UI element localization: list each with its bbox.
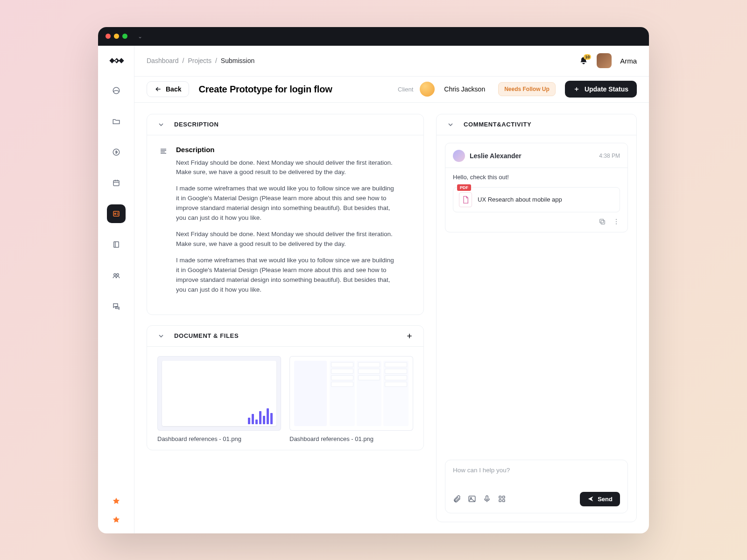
plus-icon <box>406 332 413 340</box>
minimize-window-icon[interactable] <box>114 34 119 39</box>
more-vertical-icon <box>613 218 620 225</box>
avatar[interactable] <box>597 53 612 68</box>
description-heading: Description <box>176 146 398 154</box>
microphone-icon <box>483 495 491 503</box>
page-title: Create Prototype for login flow <box>198 84 332 95</box>
nav-docs-icon[interactable] <box>107 235 126 254</box>
maximize-window-icon[interactable] <box>122 34 127 39</box>
send-button[interactable]: Send <box>580 492 620 506</box>
svg-point-10 <box>113 273 116 276</box>
back-label: Back <box>166 85 181 93</box>
svg-point-15 <box>616 221 617 222</box>
nav-calendar-icon[interactable] <box>107 174 126 192</box>
update-status-button[interactable]: Update Status <box>565 81 637 98</box>
plus-icon <box>573 86 580 92</box>
file-name: Dashboard references - 01.png <box>157 435 281 442</box>
breadcrumb-projects[interactable]: Projects <box>188 57 211 64</box>
breadcrumb-dashboard[interactable]: Dashboard <box>147 57 179 64</box>
comment-time: 4:38 PM <box>599 153 620 159</box>
svg-rect-20 <box>499 496 501 498</box>
svg-rect-2 <box>119 58 124 63</box>
files-panel-title: DOCUMENT & FILES <box>174 332 239 339</box>
attach-file-button[interactable] <box>453 495 461 503</box>
status-badge: Needs Follow Up <box>498 82 556 96</box>
description-paragraph: Next Friday should be done. Next Monday … <box>176 230 398 249</box>
text-lines-icon <box>159 147 168 301</box>
collapse-activity-button[interactable] <box>447 121 454 128</box>
titlebar: ⌄ <box>98 27 649 46</box>
comment-more-button[interactable] <box>613 218 620 225</box>
file-thumbnail <box>289 356 413 431</box>
svg-point-11 <box>116 273 119 276</box>
subheader: Back Create Prototype for login flow Cli… <box>134 77 649 103</box>
content: DESCRIPTION Description Next Friday shou… <box>134 103 649 533</box>
notification-badge: 10 <box>584 54 591 60</box>
svg-rect-9 <box>113 242 119 247</box>
notifications-button[interactable]: 10 <box>579 56 588 65</box>
voice-record-button[interactable] <box>483 495 491 503</box>
send-label: Send <box>598 496 613 503</box>
apps-button[interactable] <box>498 495 506 503</box>
svg-rect-6 <box>113 180 119 185</box>
window-controls <box>106 34 127 39</box>
topbar: Dashboard / Projects / Submission 10 Arm… <box>134 46 649 77</box>
chevron-down-icon <box>157 332 165 340</box>
svg-point-14 <box>616 219 617 220</box>
client-name: Chris Jackson <box>444 85 485 93</box>
nav-chat-icon[interactable] <box>107 297 126 315</box>
nav-dashboard-icon[interactable] <box>107 81 126 100</box>
sidebar <box>98 46 134 533</box>
comment-card: Leslie Alexander 4:38 PM Hello, check th… <box>445 143 628 232</box>
comment-composer: Send <box>445 460 628 513</box>
description-panel: DESCRIPTION Description Next Friday shou… <box>147 114 424 315</box>
svg-rect-21 <box>503 496 505 498</box>
attachment[interactable]: PDF UX Research about mobile app <box>453 187 620 212</box>
svg-point-16 <box>616 223 617 224</box>
back-button[interactable]: Back <box>147 81 189 97</box>
svg-rect-19 <box>486 496 488 500</box>
client-label: Client <box>398 86 413 93</box>
activity-panel-title: COMMENT&ACTIVITY <box>464 121 531 128</box>
main: Dashboard / Projects / Submission 10 Arm… <box>134 46 649 533</box>
copy-icon <box>599 218 606 225</box>
breadcrumb-sep: / <box>183 57 184 64</box>
file-item[interactable]: Dashboard references - 01.png <box>157 356 281 442</box>
chevron-down-icon[interactable]: ⌄ <box>138 33 142 40</box>
image-icon <box>468 495 476 503</box>
attach-image-button[interactable] <box>468 495 476 503</box>
breadcrumb-sep: / <box>215 57 217 64</box>
file-item[interactable]: Dashboard references - 01.png <box>289 356 413 442</box>
collapse-description-button[interactable] <box>157 121 165 128</box>
favorite-star-icon[interactable] <box>112 497 120 505</box>
add-file-button[interactable] <box>406 332 413 340</box>
breadcrumb: Dashboard / Projects / Submission <box>147 57 254 64</box>
attachment-badge: PDF <box>457 184 471 191</box>
copy-comment-button[interactable] <box>599 218 606 225</box>
app-window: ⌄ <box>98 27 649 533</box>
activity-panel: COMMENT&ACTIVITY Leslie Alexander 4:38 P… <box>436 114 637 522</box>
grid-icon <box>498 495 506 503</box>
close-window-icon[interactable] <box>106 34 111 39</box>
chevron-down-icon <box>157 121 165 128</box>
comment-avatar[interactable] <box>453 150 465 162</box>
client-avatar[interactable] <box>420 82 435 97</box>
comment-input[interactable] <box>453 467 620 485</box>
comment-message: Hello, check this out! <box>453 174 620 181</box>
nav-billing-icon[interactable] <box>107 143 126 161</box>
arrow-left-icon <box>155 85 162 93</box>
paperclip-icon <box>453 495 461 503</box>
nav-folder-icon[interactable] <box>107 112 126 131</box>
file-thumbnail <box>157 356 281 431</box>
collapse-files-button[interactable] <box>157 332 165 340</box>
chevron-down-icon <box>447 121 454 128</box>
svg-rect-12 <box>601 220 605 224</box>
breadcrumb-current: Submission <box>221 57 254 64</box>
nav-submissions-icon[interactable] <box>107 204 126 223</box>
files-panel: DOCUMENT & FILES Dashboard references - … <box>147 325 424 450</box>
favorite-star-icon[interactable] <box>112 516 120 524</box>
svg-rect-22 <box>499 500 501 502</box>
comment-author: Leslie Alexander <box>470 152 521 160</box>
logo[interactable] <box>108 55 124 66</box>
description-paragraph: Next Friday should be done. Next Monday … <box>176 158 398 178</box>
nav-team-icon[interactable] <box>107 266 126 285</box>
